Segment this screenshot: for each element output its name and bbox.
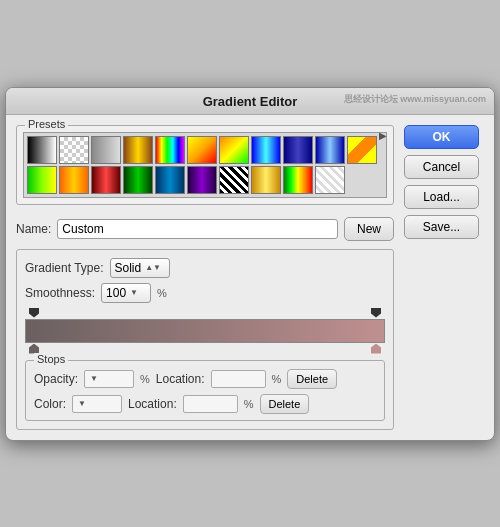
preset-swatch[interactable] <box>315 166 345 194</box>
preset-swatch[interactable] <box>91 136 121 164</box>
preset-swatch[interactable] <box>251 166 281 194</box>
preset-swatch[interactable] <box>187 166 217 194</box>
new-button[interactable]: New <box>344 217 394 241</box>
smoothness-unit: % <box>157 287 167 299</box>
color-stop-row: Color: ▼ Location: % Delete <box>34 394 376 414</box>
gradient-type-label: Gradient Type: <box>25 261 104 275</box>
preset-swatch[interactable] <box>59 136 89 164</box>
presets-swatches <box>27 136 383 194</box>
preset-swatch[interactable] <box>283 166 313 194</box>
location-pct-opacity: % <box>272 373 282 385</box>
gradient-editor-dialog: Gradient Editor 思经设计论坛 www.missyuan.com … <box>5 87 495 441</box>
preset-swatch[interactable] <box>91 166 121 194</box>
opacity-input[interactable]: ▼ <box>84 370 134 388</box>
presets-label: Presets <box>25 118 68 130</box>
presets-group: Presets ▶ <box>16 125 394 205</box>
opacity-label: Opacity: <box>34 372 78 386</box>
stops-label: Stops <box>34 353 68 365</box>
preset-swatch[interactable] <box>155 166 185 194</box>
preset-swatch[interactable] <box>27 166 57 194</box>
preset-swatch[interactable] <box>123 166 153 194</box>
preset-swatch[interactable] <box>219 166 249 194</box>
delete-button-opacity[interactable]: Delete <box>287 369 337 389</box>
location-label-opacity: Location: <box>156 372 205 386</box>
delete-button-color[interactable]: Delete <box>260 394 310 414</box>
color-input[interactable]: ▼ <box>72 395 122 413</box>
preset-swatch[interactable] <box>219 136 249 164</box>
location-input-opacity[interactable] <box>211 370 266 388</box>
preset-swatch[interactable] <box>347 136 377 164</box>
color-location-label: Location: <box>128 397 177 411</box>
preset-swatch[interactable] <box>27 136 57 164</box>
opacity-stop-right[interactable] <box>371 308 381 318</box>
name-input[interactable] <box>57 219 338 239</box>
gradient-type-arrow: ▲▼ <box>145 263 161 272</box>
color-label: Color: <box>34 397 66 411</box>
gradient-type-row: Gradient Type: Solid ▲▼ <box>25 258 385 278</box>
preset-swatch[interactable] <box>251 136 281 164</box>
opacity-stops-row <box>25 308 385 318</box>
preset-swatch[interactable] <box>123 136 153 164</box>
expand-presets-arrow[interactable]: ▶ <box>379 130 387 141</box>
cancel-button[interactable]: Cancel <box>404 155 479 179</box>
gradient-bar[interactable] <box>25 319 385 343</box>
preset-swatch[interactable] <box>187 136 217 164</box>
preset-swatch[interactable] <box>315 136 345 164</box>
gradient-bar-area <box>25 308 385 354</box>
left-panel: Presets ▶ <box>16 125 394 430</box>
location-input-color[interactable] <box>183 395 238 413</box>
preset-swatch[interactable] <box>155 136 185 164</box>
smoothness-select[interactable]: 100 ▼ <box>101 283 151 303</box>
ok-button[interactable]: OK <box>404 125 479 149</box>
title-bar: Gradient Editor 思经设计论坛 www.missyuan.com <box>6 88 494 115</box>
preset-swatch[interactable] <box>59 166 89 194</box>
smoothness-label: Smoothness: <box>25 286 95 300</box>
dialog-title: Gradient Editor <box>203 94 298 109</box>
color-location-pct: % <box>244 398 254 410</box>
color-stop-right[interactable] <box>371 344 381 354</box>
save-button[interactable]: Save... <box>404 215 479 239</box>
opacity-pct: % <box>140 373 150 385</box>
smoothness-arrow: ▼ <box>130 288 138 297</box>
stops-group: Stops Opacity: ▼ % Location: % Delete <box>25 360 385 421</box>
gradient-type-select[interactable]: Solid ▲▼ <box>110 258 170 278</box>
name-row: Name: New <box>16 217 394 241</box>
color-stops-row <box>25 343 385 354</box>
opacity-stop-left[interactable] <box>29 308 39 318</box>
name-label: Name: <box>16 222 51 236</box>
load-button[interactable]: Load... <box>404 185 479 209</box>
right-panel: OK Cancel Load... Save... <box>404 125 484 430</box>
presets-scroll-area[interactable] <box>23 132 387 198</box>
smoothness-row: Smoothness: 100 ▼ % <box>25 283 385 303</box>
opacity-stop-row: Opacity: ▼ % Location: % Delete <box>34 369 376 389</box>
gradient-settings-group: Gradient Type: Solid ▲▼ Smoothness: 100 … <box>16 249 394 430</box>
preset-swatch[interactable] <box>283 136 313 164</box>
watermark: 思经设计论坛 www.missyuan.com <box>344 93 486 106</box>
